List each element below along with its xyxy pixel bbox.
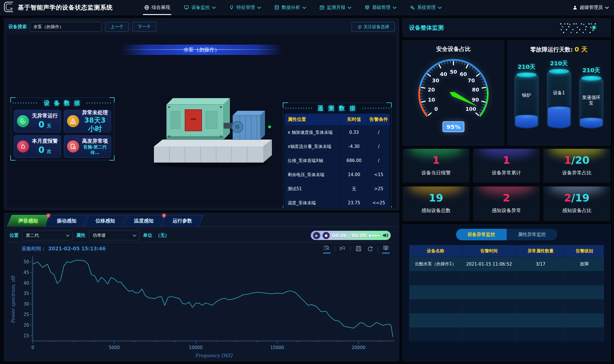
svg-text:Frequency [HZ]: Frequency [HZ] <box>195 353 233 358</box>
zoom-back-icon[interactable] <box>339 245 346 253</box>
restore-icon[interactable] <box>366 245 374 253</box>
svg-text:100: 100 <box>466 106 476 112</box>
nav-item-data-analysis[interactable]: 数据分析 <box>267 0 312 15</box>
tab-attr-abnormal-monitor[interactable]: 属性异常监控 <box>507 229 557 240</box>
top-bar: 基于智能声学的设备状态监测系统 综合展现 设备监控 特征管理 <box>0 0 614 15</box>
monitor-icon <box>184 5 189 10</box>
stat-unhandled-abnormal: 异常未处理 38天3小时 <box>64 110 111 132</box>
overall-monitor-header: 设备整体监测 <box>403 18 611 37</box>
stats-grid: 1 设备当日报警 1 设备异常累计 1/20 设备异常占比 19 感知设备总数 … <box>403 149 610 221</box>
unit-value: （无） <box>156 232 169 239</box>
device-search-input[interactable] <box>30 22 102 32</box>
stat-abnormal-total[interactable]: 1 设备异常累计 <box>473 149 540 183</box>
telemetry-row[interactable]: x轴直流分量_泵体末端-4.30/ <box>285 140 390 154</box>
focus-device-select-button[interactable]: 关注设备选择 <box>352 22 395 32</box>
user-menu[interactable]: 超级管理员 <box>573 5 608 11</box>
stat-sensor-ratio[interactable]: 2/19 感知设备占比 <box>543 186 610 221</box>
tab-temperature-sense[interactable]: 温度感知 <box>123 215 165 226</box>
dot-accent <box>593 26 595 29</box>
gear-icon <box>410 5 415 10</box>
attribute-select[interactable]: 功率谱 <box>89 230 140 240</box>
nav-item-basic-mgmt[interactable]: 基础管理 <box>358 0 403 15</box>
tab-run-params[interactable]: 运行参数 <box>161 215 203 226</box>
svg-text:Power spectrum, dB: Power spectrum, dB <box>10 276 16 323</box>
chevron-down-icon <box>212 5 216 9</box>
nav-item-monthly-report[interactable]: 监测月报 <box>312 0 358 15</box>
alarm-row-empty <box>409 299 604 313</box>
device-search-label: 设备搜索 <box>8 24 27 30</box>
telemetry-row[interactable]: 位移_泵体首端X轴686.00/ <box>285 154 390 168</box>
volume-icon[interactable] <box>382 232 388 238</box>
svg-text:0: 0 <box>31 345 34 350</box>
spectrum-chart-area: 采集时间：2021-02-05 15:13:46 <box>8 242 395 360</box>
tab-device-abnormal-monitor[interactable]: 设备异常监控 <box>456 229 507 240</box>
svg-text:70: 70 <box>468 77 475 83</box>
position-select[interactable]: 第二代 <box>22 230 73 240</box>
overall-monitor-title: 设备整体监测 <box>403 19 610 37</box>
zero-fault-title: 零故障运行天数:0 天 <box>508 45 610 54</box>
chevron-down-icon <box>133 233 136 237</box>
svg-text:35: 35 <box>24 291 29 296</box>
svg-text:10: 10 <box>428 97 435 103</box>
safe-device-gauge-card: 安全设备占比 010203040506070809010095% <box>403 40 504 146</box>
alarm-monitor-card: 设备异常监控 属性异常监控 设备名称 告警时间 异常属性数量 告警级别 云酷水泵… <box>403 224 611 361</box>
svg-text:20000: 20000 <box>352 345 366 350</box>
slider-knob[interactable] <box>368 234 372 237</box>
safe-device-gauge: 010203040506070809010095% <box>409 54 498 137</box>
zoom-select-icon[interactable] <box>323 244 331 254</box>
nav-item-overview[interactable]: 综合展现 <box>137 0 177 15</box>
doc-alert-icon <box>67 140 79 153</box>
stop-button[interactable]: ■ <box>323 232 330 239</box>
prev-device-button[interactable]: 上一个 <box>105 22 129 32</box>
telemetry-row[interactable]: 剩余电压_泵体末端14.00<15 <box>285 168 390 182</box>
spectrum-chart[interactable]: 152025303540455005000100001500020000Freq… <box>8 254 397 361</box>
alarm-row[interactable]: 云酷水泵（勿操作1） 2021-01-15 11:06:52 3/17 故障 <box>409 257 604 271</box>
alarm-row-empty <box>409 271 604 285</box>
stat-month-alarms: 本月度报警 0 次 <box>14 135 61 158</box>
svg-text:60: 60 <box>460 71 467 77</box>
alarm-table: 设备名称 告警时间 异常属性数量 告警级别 云酷水泵（勿操作1） 2021-01… <box>409 245 604 342</box>
nav-item-feature-mgmt[interactable]: 特征管理 <box>222 0 267 15</box>
data-view-icon[interactable] <box>382 244 390 254</box>
chevron-down-icon <box>438 5 442 9</box>
tab-sound-sense[interactable]: 声音感知 <box>7 215 49 226</box>
attribute-label: 属性 <box>76 232 85 239</box>
telemetry-row[interactable]: 测试51无>25 <box>285 182 390 196</box>
chevron-down-icon <box>66 233 70 237</box>
gauge-title: 安全设备占比 <box>403 45 504 53</box>
stat-sensor-total[interactable]: 19 感知设备总数 <box>403 186 470 221</box>
sense-tabs: 声音感知 振动感知 位移感知 温度感知 运行参数 <box>9 215 395 227</box>
user-icon <box>573 5 577 10</box>
player-slider[interactable] <box>369 235 380 236</box>
svg-text:15: 15 <box>24 333 29 338</box>
audio-player: ▶ ■ 00:00 / 00:00 <box>311 231 391 240</box>
nav-item-system-mgmt[interactable]: 系统管理 <box>403 0 448 15</box>
next-device-button[interactable]: 下一个 <box>132 22 156 32</box>
svg-text:0: 0 <box>434 106 438 112</box>
save-image-icon[interactable] <box>355 245 362 253</box>
cylinder-row: 210天 锅炉 210天 设备1 210天 浆液循环泵 <box>508 54 610 128</box>
device-data-title: 设 备 数 据 <box>11 98 114 108</box>
alarm-row-empty <box>409 327 604 342</box>
device-data-grid: 无异常运行 0 天 异常未处理 38天3小时 <box>11 108 114 159</box>
stat-abnormal-ratio[interactable]: 1/20 设备异常占比 <box>543 149 610 183</box>
svg-text:20: 20 <box>24 323 29 328</box>
tab-vibration-sense[interactable]: 振动感知 <box>46 215 88 226</box>
scene-toolbar: 设备搜索 上一个 下一个 关注设备选择 <box>8 21 395 32</box>
alarm-row-empty <box>409 313 604 327</box>
paperclip-icon <box>357 25 361 29</box>
telemetry-row[interactable]: x 轴加速度值_泵体末端0.33/ <box>285 125 390 140</box>
stat-sensor-abnormal[interactable]: 2 感知设备异常 <box>473 186 540 221</box>
tab-displacement-sense[interactable]: 位移感知 <box>84 215 126 226</box>
stat-today-alarms[interactable]: 1 设备当日报警 <box>403 149 470 183</box>
pump-3d-model <box>142 80 278 175</box>
telemetry-row[interactable]: 温度_泵体末端23.75<=25 <box>285 196 390 208</box>
alarm-row-empty <box>409 285 604 299</box>
server-icon <box>365 5 370 10</box>
play-button[interactable]: ▶ <box>313 232 320 239</box>
col-alarm-level: 告警级别 <box>565 245 604 257</box>
3d-viewport[interactable]: 水泵（勿操作） <box>7 35 396 207</box>
col-device-name: 设备名称 <box>409 245 462 257</box>
nav-item-device-monitor[interactable]: 设备监控 <box>177 0 222 15</box>
status-light <box>268 125 271 128</box>
